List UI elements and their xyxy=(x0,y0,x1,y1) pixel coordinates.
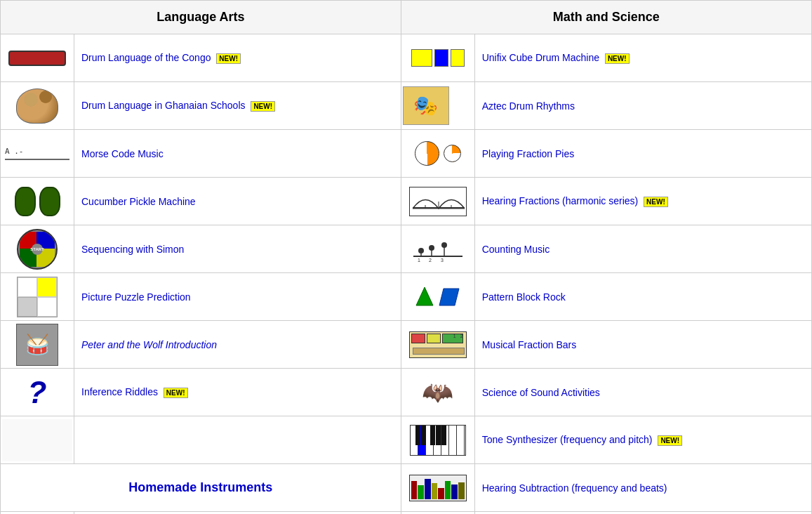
link-pickle[interactable]: Cucumber Pickle Machine xyxy=(74,178,401,225)
thumb-riddle: ? xyxy=(1,369,74,416)
thumb-pickle xyxy=(1,178,74,225)
thumb-fraction-pie xyxy=(401,130,474,178)
thumb-unifix xyxy=(401,34,474,82)
thumb-bat: 🦇 xyxy=(401,369,474,416)
link-tone-synth[interactable]: Tone Synthesizer (frequency and pitch) N… xyxy=(474,416,811,464)
link-empty1 xyxy=(74,416,401,464)
math-science-header: Math and Science xyxy=(401,1,811,34)
thumb-drum-ghana xyxy=(1,82,74,130)
new-badge-tone-synth: NEW! xyxy=(658,435,682,446)
link-thunderstorm[interactable]: Thunderstorm Stopwatch xyxy=(474,512,811,515)
new-badge-unifix: NEW! xyxy=(605,53,630,64)
main-layout: Language Arts Math and Science Drum Lang… xyxy=(0,0,812,514)
thumb-piano xyxy=(401,416,474,464)
link-science-sound[interactable]: Science of Sound Activities xyxy=(474,369,811,416)
svg-marker-15 xyxy=(439,289,459,305)
link-unifix[interactable]: Unifix Cube Drum Machine NEW! xyxy=(474,34,811,82)
thumb-thunderstorm xyxy=(401,512,474,515)
new-badge-drum-ghana: NEW! xyxy=(251,101,275,112)
thumb-aztec: 🎭 xyxy=(401,82,474,130)
link-drum-congo[interactable]: Drum Language of the Congo NEW! xyxy=(74,34,401,82)
link-pattern-block[interactable]: Pattern Block Rock xyxy=(474,273,811,321)
thumb-hearing-sub xyxy=(401,464,474,512)
link-drum-ghana[interactable]: Drum Language in Ghanaian Schools NEW! xyxy=(74,82,401,130)
thumb-morse: A .- xyxy=(1,130,74,178)
thumb-simon: START xyxy=(1,225,74,273)
thumb-drum-congo xyxy=(1,34,74,82)
thumb-pattern xyxy=(401,273,474,321)
link-puzzle[interactable]: Picture Puzzle Prediction xyxy=(74,273,401,321)
link-fraction-pies[interactable]: Playing Fraction Pies xyxy=(474,130,811,178)
language-arts-header: Language Arts xyxy=(1,1,401,34)
svg-marker-14 xyxy=(416,287,433,305)
svg-text:2: 2 xyxy=(429,258,432,263)
thumb-fraction-bars: 1 2 xyxy=(401,321,474,369)
thumb-didgeri xyxy=(1,512,74,515)
svg-text:3: 3 xyxy=(441,258,444,263)
svg-text:1: 1 xyxy=(418,258,420,263)
new-badge-hearing-fractions: NEW! xyxy=(644,197,668,207)
thumb-empty1 xyxy=(1,416,74,464)
thumb-puzzle xyxy=(1,273,74,321)
link-inference[interactable]: Inference Riddles NEW! xyxy=(74,369,401,416)
link-morse[interactable]: Morse Code Music xyxy=(74,130,401,178)
link-simon[interactable]: Sequencing with Simon xyxy=(74,225,401,273)
thumb-harmonic xyxy=(401,178,474,225)
link-peter[interactable]: Peter and the Wolf Introduction xyxy=(74,321,401,369)
link-hearing-fractions[interactable]: Hearing Fractions (harmonic series) NEW! xyxy=(474,178,811,225)
new-badge-inference: NEW! xyxy=(164,388,188,398)
link-hearing-sub[interactable]: Hearing Subtraction (frequency and beats… xyxy=(474,464,811,512)
thumb-counting: 1 2 3 xyxy=(401,225,474,273)
link-fraction-bars[interactable]: Musical Fraction Bars xyxy=(474,321,811,369)
link-aztec[interactable]: Aztec Drum Rhythms xyxy=(474,82,811,130)
thumb-peter: 🥁 xyxy=(1,321,74,369)
link-didgeri[interactable]: Didgeritubes! xyxy=(74,512,401,515)
new-badge-drum-congo: NEW! xyxy=(216,53,241,64)
homemade-header: Homemade Instruments xyxy=(1,464,401,512)
link-counting[interactable]: Counting Music xyxy=(474,225,811,273)
